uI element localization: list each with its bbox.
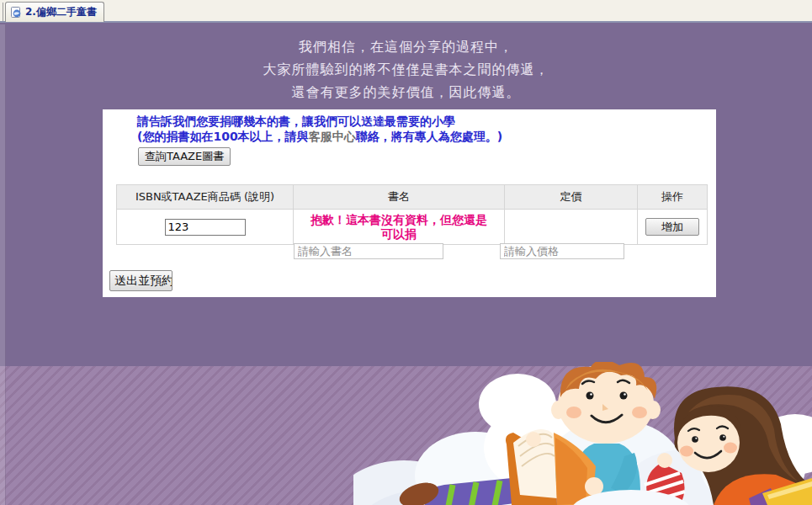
instruction-line-2-suffix: 聯絡，將有專人為您處理。) [356, 130, 502, 143]
table-header-row: ISBN或TAAZE商品碼 (說明) 書名 定價 操作 [117, 185, 708, 210]
window-edge-line [3, 3, 3, 21]
tab-second-hand-books[interactable]: 2.偏鄉二手童書 [5, 2, 104, 22]
instruction-line-2-prefix: (您的捐書如在100本以上，請與 [137, 130, 309, 143]
page-left-edge [0, 24, 6, 505]
hero-line-2: 大家所體驗到的將不僅僅是書本之間的傳遞， [0, 58, 812, 81]
header-isbn: ISBN或TAAZE商品碼 (說明) [117, 185, 294, 210]
boy-hand [526, 432, 541, 447]
isbn-cell [117, 210, 294, 245]
instruction-line-1: 請告訴我們您要捐哪幾本的書，讓我們可以送達最需要的小學 [137, 114, 455, 129]
search-taaze-books-button[interactable]: 查詢TAAZE圖書 [138, 147, 231, 166]
hero-line-1: 我們相信，在這個分享的過程中， [0, 35, 812, 58]
customer-service-link[interactable]: 客服中心 [309, 130, 356, 143]
hero-line-3: 還會有更多的美好價值，因此傳遞。 [0, 81, 812, 104]
price-cell [505, 210, 638, 245]
add-button[interactable]: 增加 [645, 218, 699, 236]
header-action: 操作 [638, 185, 708, 210]
price-input[interactable] [500, 243, 624, 259]
instruction-line-2: (您的捐書如在100本以上，請與客服中心聯絡，將有專人為您處理。) [137, 129, 502, 144]
girl-hand [657, 453, 672, 468]
table-row: 抱歉！這本書沒有資料，但您還是 可以捐 增加 [117, 210, 708, 245]
no-data-message-line-2: 可以捐 [295, 227, 503, 242]
book-name-cell: 抱歉！這本書沒有資料，但您還是 可以捐 [294, 210, 505, 245]
book-entry-table: ISBN或TAAZE商品碼 (說明) 書名 定價 操作 抱歉！這本書沒有資料，但… [116, 184, 708, 245]
children-reading-illustration [353, 362, 812, 505]
book-name-input[interactable] [294, 243, 443, 259]
page-icon [10, 7, 22, 19]
tab-label: 2.偏鄉二手童書 [25, 5, 97, 19]
tab-bar: 2.偏鄉二手童書 [0, 0, 812, 23]
no-data-message-line-1: 抱歉！這本書沒有資料，但您還是 [295, 213, 503, 227]
isbn-input[interactable] [165, 219, 246, 236]
header-price: 定價 [505, 185, 638, 210]
submit-button[interactable]: 送出並預約 [109, 270, 172, 291]
action-cell: 增加 [638, 210, 708, 245]
donation-form-panel: 請告訴我們您要捐哪幾本的書，讓我們可以送達最需要的小學 (您的捐書如在100本以… [103, 109, 716, 297]
header-book-name: 書名 [294, 185, 505, 210]
